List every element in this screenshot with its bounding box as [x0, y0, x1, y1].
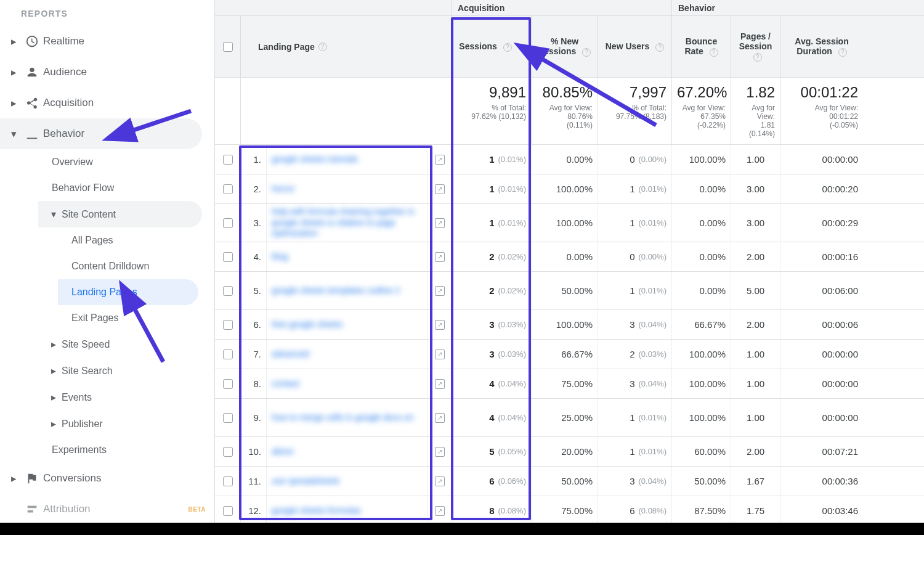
- nav-item-all-pages[interactable]: All Pages: [58, 227, 214, 253]
- row-bounce: 60.00%: [672, 437, 731, 466]
- open-in-new-icon[interactable]: ↗: [435, 447, 445, 457]
- nav-item-acquisition[interactable]: ▸ Acquisition: [0, 88, 214, 118]
- row-landing-page[interactable]: use spreadsheets: [267, 467, 428, 496]
- open-in-new-icon[interactable]: ↗: [435, 184, 445, 194]
- row-checkbox[interactable]: [223, 252, 233, 262]
- header-label: % New Sessions: [538, 36, 578, 56]
- open-in-new-icon[interactable]: ↗: [435, 218, 445, 228]
- nav-item-landing-pages[interactable]: Landing Pages: [58, 279, 198, 305]
- landing-page-link[interactable]: google sheets formulas: [272, 505, 361, 517]
- header-sessions[interactable]: Sessions ? ↑: [452, 16, 532, 77]
- help-icon[interactable]: ?: [838, 48, 847, 57]
- open-in-new-icon[interactable]: ↗: [435, 320, 445, 330]
- help-icon[interactable]: ?: [318, 43, 327, 51]
- row-landing-page[interactable]: advanced: [267, 340, 428, 369]
- open-in-new-icon[interactable]: ↗: [435, 155, 445, 165]
- attribution-icon: [21, 502, 43, 516]
- header-pages-per-session[interactable]: Pages / Session ?: [731, 16, 780, 77]
- landing-page-link[interactable]: use spreadsheets: [272, 476, 340, 487]
- nav-label: Site Content: [62, 209, 193, 220]
- caret-down-icon: ▾: [48, 208, 59, 220]
- nav-item-exit-pages[interactable]: Exit Pages: [58, 305, 214, 331]
- row-landing-page[interactable]: google sheets templates outline 2: [267, 272, 428, 309]
- nav-item-behavior[interactable]: ▾ Behavior: [0, 118, 202, 149]
- nav-item-site-speed[interactable]: ▸Site Speed: [38, 331, 214, 358]
- nav-item-publisher[interactable]: ▸Publisher: [38, 411, 214, 437]
- row-landing-page[interactable]: blog: [267, 242, 428, 271]
- landing-page-link[interactable]: advanced: [272, 349, 309, 360]
- row-checkbox[interactable]: [223, 184, 233, 194]
- help-icon[interactable]: ?: [582, 48, 591, 57]
- nav-item-events[interactable]: ▸Events: [38, 384, 214, 411]
- row-sessions: 1(0.01%): [452, 145, 532, 174]
- header-new-users[interactable]: New Users ?: [598, 16, 672, 77]
- nav-item-content-drilldown[interactable]: Content Drilldown: [58, 253, 214, 279]
- row-landing-page[interactable]: google sheets formulas: [267, 496, 428, 525]
- open-in-new-icon[interactable]: ↗: [435, 252, 445, 262]
- landing-page-link[interactable]: help with formula chaining together in g…: [272, 206, 423, 239]
- landing-page-link[interactable]: google sheets templates outline 2: [272, 285, 400, 296]
- row-index: 11.: [241, 467, 267, 496]
- help-icon[interactable]: ?: [753, 53, 762, 62]
- open-in-new-icon[interactable]: ↗: [435, 413, 445, 423]
- nav-item-attribution[interactable]: Attribution BETA: [0, 494, 214, 525]
- landing-page-link[interactable]: horror: [272, 184, 294, 195]
- row-checkbox-cell: [215, 399, 241, 436]
- table-row: 8.contact↗4(0.04%)75.00%3(0.04%)100.00%1…: [215, 369, 924, 399]
- nav-item-behavior-flow[interactable]: Behavior Flow: [38, 175, 214, 201]
- help-icon[interactable]: ?: [503, 43, 512, 52]
- header-bounce-rate[interactable]: Bounce Rate ?: [672, 16, 731, 77]
- landing-page-link[interactable]: blog: [272, 251, 288, 263]
- open-in-new-icon[interactable]: ↗: [435, 286, 445, 296]
- row-pps: 1.00: [731, 340, 780, 369]
- row-checkbox[interactable]: [223, 476, 233, 486]
- row-checkbox[interactable]: [223, 413, 233, 423]
- sort-ascending-icon: ↑: [519, 41, 524, 51]
- row-checkbox[interactable]: [223, 349, 233, 359]
- nav-item-conversions[interactable]: ▸ Conversions: [0, 463, 214, 494]
- header-pct-new-sessions[interactable]: % New Sessions ?: [532, 16, 598, 77]
- nav-item-realtime[interactable]: ▸ Realtime: [0, 26, 214, 57]
- row-landing-page[interactable]: contact: [267, 369, 428, 398]
- landing-page-link[interactable]: google sheets tutorials: [272, 154, 358, 165]
- landing-page-link[interactable]: how to merge cells in google docs on: [272, 412, 413, 423]
- row-checkbox[interactable]: [223, 379, 233, 389]
- row-landing-page[interactable]: free google sheets: [267, 310, 428, 339]
- nav-item-audience[interactable]: ▸ Audience: [0, 57, 214, 88]
- landing-page-link[interactable]: free google sheets: [272, 319, 342, 330]
- row-pps: 3.00: [731, 204, 780, 242]
- header-landing-page[interactable]: Landing Page ?: [241, 16, 452, 77]
- row-checkbox[interactable]: [223, 320, 233, 330]
- row-checkbox[interactable]: [223, 506, 233, 516]
- header-label: Pages / Session: [739, 31, 772, 51]
- table-header: Acquisition Behavior Landing Page ? Sess…: [215, 0, 924, 78]
- select-all-checkbox[interactable]: [223, 42, 233, 52]
- landing-page-link[interactable]: about: [272, 446, 293, 457]
- row-checkbox[interactable]: [223, 218, 233, 228]
- row-landing-page[interactable]: how to merge cells in google docs on: [267, 399, 428, 436]
- nav-item-overview[interactable]: Overview: [38, 149, 214, 175]
- open-in-new-icon[interactable]: ↗: [435, 349, 445, 359]
- row-landing-page[interactable]: horror: [267, 174, 428, 203]
- row-pps: 1.00: [731, 145, 780, 174]
- nav-item-experiments[interactable]: Experiments: [38, 437, 214, 463]
- row-checkbox[interactable]: [223, 447, 233, 457]
- landing-page-link[interactable]: contact: [272, 378, 299, 390]
- header-avg-session-duration[interactable]: Avg. Session Duration ?: [780, 16, 863, 77]
- row-checkbox[interactable]: [223, 286, 233, 296]
- help-icon[interactable]: ?: [710, 48, 718, 57]
- open-in-new-icon[interactable]: ↗: [435, 506, 445, 516]
- row-landing-page[interactable]: help with formula chaining together in g…: [267, 204, 428, 242]
- row-landing-page[interactable]: google sheets tutorials: [267, 145, 428, 174]
- open-in-new-icon[interactable]: ↗: [435, 476, 445, 486]
- row-pct-new: 20.00%: [532, 437, 598, 466]
- row-landing-page[interactable]: about: [267, 437, 428, 466]
- open-in-new-icon[interactable]: ↗: [435, 379, 445, 389]
- row-checkbox[interactable]: [223, 155, 233, 165]
- nav-item-site-search[interactable]: ▸Site Search: [38, 358, 214, 384]
- row-new-users: 3(0.04%): [598, 467, 672, 496]
- row-new-users: 0(0.00%): [598, 242, 672, 271]
- help-icon[interactable]: ?: [655, 43, 664, 52]
- caret-icon: ▸: [6, 472, 21, 485]
- nav-item-site-content[interactable]: ▾ Site Content: [38, 201, 202, 227]
